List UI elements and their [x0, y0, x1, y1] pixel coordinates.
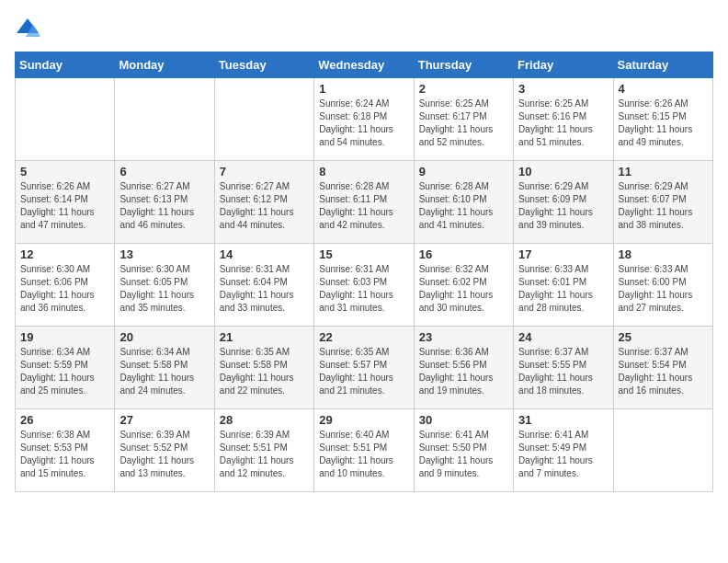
day-info: Sunrise: 6:41 AM Sunset: 5:50 PM Dayligh…	[419, 429, 508, 480]
calendar-cell: 8Sunrise: 6:28 AM Sunset: 6:11 PM Daylig…	[314, 161, 414, 244]
day-info: Sunrise: 6:27 AM Sunset: 6:13 PM Dayligh…	[119, 180, 209, 232]
calendar-cell: 9Sunrise: 6:28 AM Sunset: 6:10 PM Daylig…	[414, 161, 513, 244]
calendar-cell: 30Sunrise: 6:41 AM Sunset: 5:50 PM Dayli…	[414, 409, 513, 492]
day-number: 21	[220, 330, 309, 344]
day-header-saturday: Saturday	[613, 52, 712, 78]
calendar-cell: 14Sunrise: 6:31 AM Sunset: 6:04 PM Dayli…	[214, 244, 313, 327]
day-number: 19	[20, 330, 109, 344]
day-number: 22	[319, 330, 408, 344]
day-info: Sunrise: 6:33 AM Sunset: 6:01 PM Dayligh…	[518, 263, 608, 315]
day-info: Sunrise: 6:28 AM Sunset: 6:11 PM Dayligh…	[319, 180, 408, 232]
day-info: Sunrise: 6:32 AM Sunset: 6:02 PM Dayligh…	[419, 263, 508, 315]
calendar-cell: 26Sunrise: 6:38 AM Sunset: 5:53 PM Dayli…	[16, 409, 115, 492]
day-info: Sunrise: 6:30 AM Sunset: 6:06 PM Dayligh…	[20, 263, 109, 315]
calendar-cell: 22Sunrise: 6:35 AM Sunset: 5:57 PM Dayli…	[314, 327, 414, 409]
day-header-tuesday: Tuesday	[214, 52, 313, 78]
calendar-cell: 21Sunrise: 6:35 AM Sunset: 5:58 PM Dayli…	[214, 327, 313, 409]
day-info: Sunrise: 6:35 AM Sunset: 5:57 PM Dayligh…	[319, 346, 408, 397]
day-info: Sunrise: 6:39 AM Sunset: 5:51 PM Dayligh…	[220, 429, 309, 480]
calendar-cell	[115, 78, 214, 161]
calendar-table: SundayMondayTuesdayWednesdayThursdayFrid…	[15, 52, 713, 492]
day-header-sunday: Sunday	[16, 52, 115, 78]
day-number: 23	[419, 330, 508, 344]
day-number: 29	[319, 413, 408, 427]
calendar-cell: 17Sunrise: 6:33 AM Sunset: 6:01 PM Dayli…	[514, 244, 613, 327]
calendar-week-row: 12Sunrise: 6:30 AM Sunset: 6:06 PM Dayli…	[16, 244, 713, 327]
calendar-cell: 12Sunrise: 6:30 AM Sunset: 6:06 PM Dayli…	[16, 244, 115, 327]
day-number: 17	[518, 247, 608, 261]
logo-icon	[15, 15, 40, 40]
day-info: Sunrise: 6:37 AM Sunset: 5:54 PM Dayligh…	[619, 346, 708, 397]
day-info: Sunrise: 6:30 AM Sunset: 6:05 PM Dayligh…	[119, 263, 209, 315]
day-number: 6	[119, 165, 209, 178]
day-info: Sunrise: 6:39 AM Sunset: 5:52 PM Dayligh…	[119, 429, 209, 480]
day-number: 27	[119, 413, 209, 427]
calendar-cell: 24Sunrise: 6:37 AM Sunset: 5:55 PM Dayli…	[514, 327, 613, 409]
calendar-cell: 11Sunrise: 6:29 AM Sunset: 6:07 PM Dayli…	[613, 161, 712, 244]
calendar-cell: 10Sunrise: 6:29 AM Sunset: 6:09 PM Dayli…	[514, 161, 613, 244]
day-info: Sunrise: 6:35 AM Sunset: 5:58 PM Dayligh…	[220, 346, 309, 397]
day-number: 26	[20, 413, 109, 427]
day-number: 4	[619, 82, 708, 96]
day-info: Sunrise: 6:40 AM Sunset: 5:51 PM Dayligh…	[319, 429, 408, 480]
calendar-cell: 27Sunrise: 6:39 AM Sunset: 5:52 PM Dayli…	[115, 409, 214, 492]
day-number: 3	[518, 82, 608, 96]
day-number: 20	[119, 330, 209, 344]
day-number: 13	[119, 247, 209, 261]
day-info: Sunrise: 6:36 AM Sunset: 5:56 PM Dayligh…	[419, 346, 508, 397]
day-header-thursday: Thursday	[414, 52, 513, 78]
calendar-cell	[613, 409, 712, 492]
day-info: Sunrise: 6:24 AM Sunset: 6:18 PM Dayligh…	[319, 98, 408, 149]
day-number: 18	[619, 247, 708, 261]
day-info: Sunrise: 6:34 AM Sunset: 5:59 PM Dayligh…	[20, 346, 109, 397]
calendar-cell	[214, 78, 313, 161]
day-number: 10	[518, 165, 608, 178]
calendar-cell: 28Sunrise: 6:39 AM Sunset: 5:51 PM Dayli…	[214, 409, 313, 492]
day-number: 30	[419, 413, 508, 427]
day-number: 7	[220, 165, 309, 178]
calendar-cell: 19Sunrise: 6:34 AM Sunset: 5:59 PM Dayli…	[16, 327, 115, 409]
calendar-header-row: SundayMondayTuesdayWednesdayThursdayFrid…	[16, 52, 713, 78]
calendar-cell: 20Sunrise: 6:34 AM Sunset: 5:58 PM Dayli…	[115, 327, 214, 409]
day-info: Sunrise: 6:26 AM Sunset: 6:15 PM Dayligh…	[619, 98, 708, 149]
day-number: 24	[518, 330, 608, 344]
day-number: 28	[220, 413, 309, 427]
day-info: Sunrise: 6:31 AM Sunset: 6:03 PM Dayligh…	[319, 263, 408, 315]
day-number: 14	[220, 247, 309, 261]
calendar-cell: 25Sunrise: 6:37 AM Sunset: 5:54 PM Dayli…	[613, 327, 712, 409]
day-info: Sunrise: 6:29 AM Sunset: 6:07 PM Dayligh…	[619, 180, 708, 232]
day-info: Sunrise: 6:25 AM Sunset: 6:16 PM Dayligh…	[518, 98, 608, 149]
calendar-cell: 18Sunrise: 6:33 AM Sunset: 6:00 PM Dayli…	[613, 244, 712, 327]
day-header-monday: Monday	[115, 52, 214, 78]
calendar-week-row: 26Sunrise: 6:38 AM Sunset: 5:53 PM Dayli…	[16, 409, 713, 492]
day-number: 25	[619, 330, 708, 344]
calendar-cell: 31Sunrise: 6:41 AM Sunset: 5:49 PM Dayli…	[514, 409, 613, 492]
day-number: 12	[20, 247, 109, 261]
calendar-cell: 15Sunrise: 6:31 AM Sunset: 6:03 PM Dayli…	[314, 244, 414, 327]
day-number: 2	[419, 82, 508, 96]
day-info: Sunrise: 6:41 AM Sunset: 5:49 PM Dayligh…	[518, 429, 608, 480]
day-number: 11	[619, 165, 708, 178]
day-header-friday: Friday	[514, 52, 613, 78]
day-number: 5	[20, 165, 109, 178]
day-number: 8	[319, 165, 408, 178]
day-info: Sunrise: 6:27 AM Sunset: 6:12 PM Dayligh…	[220, 180, 309, 232]
calendar-cell: 2Sunrise: 6:25 AM Sunset: 6:17 PM Daylig…	[414, 78, 513, 161]
day-info: Sunrise: 6:38 AM Sunset: 5:53 PM Dayligh…	[20, 429, 109, 480]
day-info: Sunrise: 6:28 AM Sunset: 6:10 PM Dayligh…	[419, 180, 508, 232]
calendar-cell: 29Sunrise: 6:40 AM Sunset: 5:51 PM Dayli…	[314, 409, 414, 492]
day-number: 9	[419, 165, 508, 178]
calendar-cell: 7Sunrise: 6:27 AM Sunset: 6:12 PM Daylig…	[214, 161, 313, 244]
day-header-wednesday: Wednesday	[314, 52, 414, 78]
calendar-cell: 3Sunrise: 6:25 AM Sunset: 6:16 PM Daylig…	[514, 78, 613, 161]
day-info: Sunrise: 6:37 AM Sunset: 5:55 PM Dayligh…	[518, 346, 608, 397]
day-info: Sunrise: 6:31 AM Sunset: 6:04 PM Dayligh…	[220, 263, 309, 315]
page-header	[15, 15, 713, 40]
logo	[15, 15, 44, 40]
calendar-cell	[16, 78, 115, 161]
calendar-cell: 6Sunrise: 6:27 AM Sunset: 6:13 PM Daylig…	[115, 161, 214, 244]
calendar-cell: 16Sunrise: 6:32 AM Sunset: 6:02 PM Dayli…	[414, 244, 513, 327]
calendar-cell: 5Sunrise: 6:26 AM Sunset: 6:14 PM Daylig…	[16, 161, 115, 244]
day-number: 16	[419, 247, 508, 261]
day-number: 31	[518, 413, 608, 427]
